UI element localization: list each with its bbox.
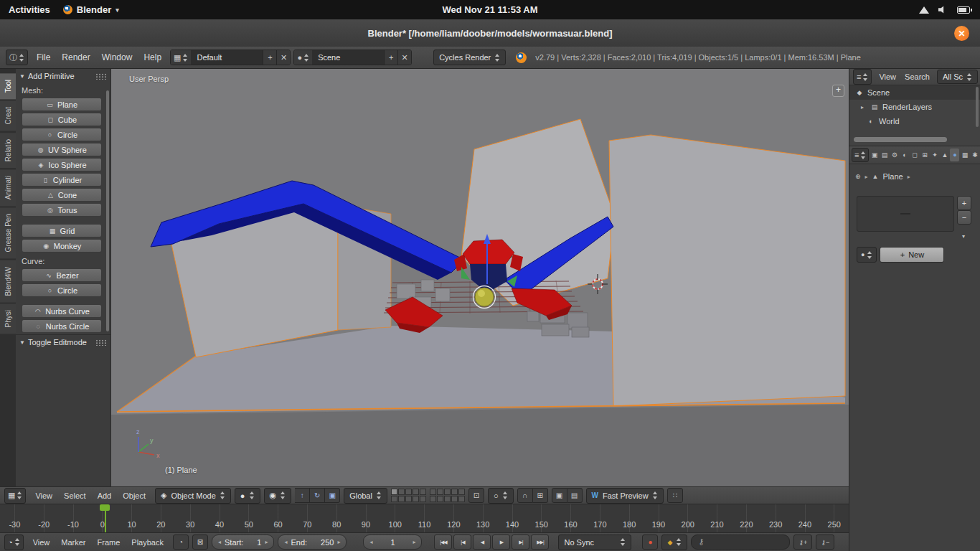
- editor-type-button[interactable]: ≡: [852, 148, 869, 162]
- mode-selector[interactable]: ◈ Object Mode: [155, 488, 231, 504]
- material-slot-list[interactable]: [857, 196, 954, 232]
- playback-button[interactable]: ▶▶|: [531, 534, 549, 550]
- manipulator-toggle[interactable]: ▣: [325, 488, 340, 503]
- add-material-slot-button[interactable]: +: [957, 196, 971, 210]
- panel-grip-icon[interactable]: [95, 339, 107, 346]
- toolshelf-tab[interactable]: Blend4W: [0, 260, 16, 303]
- current-frame-field[interactable]: ◂ 1 ▸: [363, 534, 422, 550]
- scene-add-button[interactable]: +: [384, 50, 397, 65]
- add-primitive-button[interactable]: △Cone: [22, 188, 102, 202]
- layer-toggle[interactable]: [444, 489, 451, 495]
- increment-arrow-icon[interactable]: ▸: [413, 539, 415, 545]
- properties-tab[interactable]: ▲: [940, 149, 949, 161]
- menu-item[interactable]: Window: [96, 52, 138, 62]
- menu-item[interactable]: Playback: [126, 538, 169, 547]
- transform-orientation-selector[interactable]: Global: [344, 488, 387, 504]
- layout-add-button[interactable]: +: [263, 50, 276, 65]
- decrement-arrow-icon[interactable]: ◂: [284, 539, 287, 545]
- playback-button[interactable]: ▶: [492, 534, 510, 550]
- sync-mode-selector[interactable]: No Sync: [558, 534, 631, 550]
- properties-tab[interactable]: ✱: [970, 149, 979, 161]
- toolshelf-tab[interactable]: Creat: [0, 100, 16, 131]
- menu-item[interactable]: Object: [117, 491, 151, 500]
- menu-item[interactable]: Frame: [92, 538, 126, 547]
- add-primitive-button[interactable]: ◍UV Sphere: [22, 143, 102, 156]
- properties-tab[interactable]: ⊞: [920, 149, 929, 161]
- playback-button[interactable]: ▶|: [512, 534, 529, 550]
- layer-toggle[interactable]: [391, 489, 397, 495]
- add-primitive-button[interactable]: ○Circle: [22, 128, 102, 141]
- add-primitive-button[interactable]: ▭Plane: [22, 98, 102, 111]
- layer-toggle[interactable]: [458, 489, 465, 495]
- decrement-arrow-icon[interactable]: ◂: [218, 539, 221, 545]
- outliner-display-filter[interactable]: All Sc: [937, 70, 978, 84]
- layer-toggle[interactable]: [458, 496, 465, 502]
- snap-toggle[interactable]: ∩: [517, 488, 533, 503]
- slot-specials-menu-icon[interactable]: ▾: [957, 232, 970, 240]
- layer-toggle[interactable]: [451, 489, 458, 495]
- layer-toggle[interactable]: [413, 489, 419, 495]
- menu-item[interactable]: View: [27, 538, 56, 547]
- add-primitive-button[interactable]: ◉Monkey: [22, 239, 102, 253]
- outliner-vertical-scrollbar[interactable]: [976, 87, 979, 127]
- outliner-item-world[interactable]: ◐ World: [849, 114, 980, 128]
- layout-delete-button[interactable]: ✕: [276, 50, 290, 65]
- autokey-mode-selector[interactable]: ◆: [661, 534, 687, 550]
- layer-toggle[interactable]: [444, 496, 451, 502]
- render-engine-selector[interactable]: Cycles Render: [433, 50, 506, 65]
- layer-toggle[interactable]: [413, 496, 419, 502]
- layer-toggle[interactable]: [398, 496, 405, 502]
- start-frame-field[interactable]: ◂ Start: 1 ▸: [212, 534, 274, 550]
- viewport-shading-selector[interactable]: ●: [235, 488, 260, 504]
- window-title-bar[interactable]: Blender* [/home/liam/doober/models/worma…: [0, 19, 980, 47]
- properties-tab[interactable]: ✦: [930, 149, 939, 161]
- menu-item[interactable]: File: [31, 52, 56, 62]
- add-primitive-button[interactable]: ▦Grid: [22, 224, 102, 237]
- new-material-button[interactable]: + New: [880, 247, 944, 263]
- toolshelf-scrollbar[interactable]: [106, 90, 109, 331]
- outliner-search-menu[interactable]: Search: [903, 72, 931, 81]
- toolshelf-tab[interactable]: Tool: [0, 73, 16, 99]
- playback-button[interactable]: ◀: [473, 534, 491, 550]
- outliner-horizontal-scrollbar[interactable]: [854, 137, 947, 142]
- increment-arrow-icon[interactable]: ▸: [265, 539, 268, 545]
- window-close-button[interactable]: ✕: [954, 26, 969, 41]
- expand-region-button[interactable]: +: [832, 85, 844, 97]
- playback-button[interactable]: |◀: [453, 534, 471, 550]
- snap-element-selector[interactable]: ⊞: [533, 488, 548, 503]
- add-curve-button[interactable]: ◌Nurbs Circle: [22, 319, 102, 333]
- add-curve-button[interactable]: ○Circle: [22, 283, 102, 297]
- pin-icon[interactable]: ⊕: [855, 173, 861, 180]
- layer-toggle[interactable]: [430, 496, 436, 502]
- layer-toggle[interactable]: [420, 489, 426, 495]
- end-frame-field[interactable]: ◂ End: 250 ▸: [278, 534, 347, 550]
- keying-set-field[interactable]: ⚷: [691, 534, 790, 550]
- add-primitive-button[interactable]: ▯Cylinder: [22, 173, 102, 187]
- delete-keyframe-button[interactable]: ⚷−: [816, 534, 834, 550]
- menu-item[interactable]: View: [29, 491, 58, 500]
- menu-item[interactable]: Render: [56, 52, 95, 62]
- editor-type-button[interactable]: ⓘ: [6, 50, 28, 65]
- remove-material-slot-button[interactable]: −: [957, 210, 971, 225]
- viewport-3d[interactable]: x y z User Persp (1) Plane +: [111, 69, 849, 486]
- properties-tab[interactable]: ●: [950, 149, 959, 161]
- proportional-edit-selector[interactable]: ○: [488, 488, 514, 504]
- activities-button[interactable]: Activities: [9, 4, 50, 15]
- toolshelf-tab[interactable]: Physi: [0, 303, 16, 334]
- manipulator-toggle[interactable]: ↻: [310, 488, 325, 503]
- properties-tab[interactable]: ▦: [960, 149, 969, 161]
- manipulator-toggle[interactable]: ↑: [295, 488, 310, 503]
- opengl-render-image-button[interactable]: ▣: [552, 488, 567, 503]
- lock-time-toggle[interactable]: ⊠: [192, 534, 208, 550]
- layer-toggle[interactable]: [391, 496, 397, 502]
- add-primitive-button[interactable]: ◈Ico Sphere: [22, 158, 102, 171]
- menu-item[interactable]: Add: [92, 491, 118, 500]
- current-frame-playhead[interactable]: [105, 504, 106, 533]
- panel-grip-icon[interactable]: [95, 73, 107, 80]
- playback-button[interactable]: |◀◀: [434, 534, 452, 550]
- layer-toggle[interactable]: [420, 496, 426, 502]
- scene-selector[interactable]: ● Scene + ✕: [293, 50, 412, 65]
- editor-type-button[interactable]: ◔: [4, 534, 24, 550]
- clock[interactable]: Wed Nov 21 11:53 AM: [443, 4, 538, 15]
- properties-tab[interactable]: ◐: [900, 149, 909, 161]
